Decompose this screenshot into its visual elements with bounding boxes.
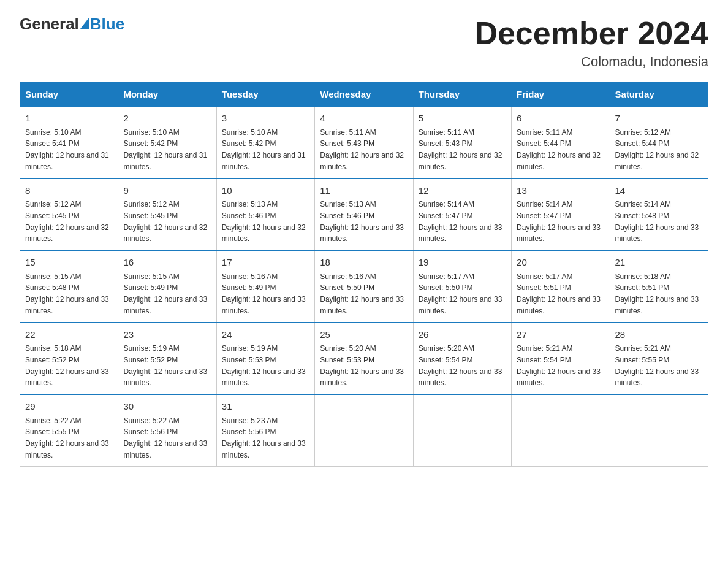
day-number: 3 xyxy=(222,112,309,126)
day-info: Sunrise: 5:17 AMSunset: 5:50 PMDaylight:… xyxy=(419,272,502,315)
calendar-day-cell: 9 Sunrise: 5:12 AMSunset: 5:45 PMDayligh… xyxy=(118,178,216,251)
day-number: 10 xyxy=(222,184,309,198)
calendar-day-cell: 7 Sunrise: 5:12 AMSunset: 5:44 PMDayligh… xyxy=(610,106,708,178)
day-number: 1 xyxy=(25,112,113,126)
header-saturday: Saturday xyxy=(610,83,708,107)
calendar-day-cell: 25 Sunrise: 5:20 AMSunset: 5:53 PMDaylig… xyxy=(315,323,413,395)
calendar-day-cell: 10 Sunrise: 5:13 AMSunset: 5:46 PMDaylig… xyxy=(216,178,314,251)
calendar-day-cell: 6 Sunrise: 5:11 AMSunset: 5:44 PMDayligh… xyxy=(512,106,610,178)
calendar-week-row: 1 Sunrise: 5:10 AMSunset: 5:41 PMDayligh… xyxy=(20,106,708,178)
day-info: Sunrise: 5:10 AMSunset: 5:42 PMDaylight:… xyxy=(222,128,306,171)
page-header: General Blue December 2024 Colomadu, Ind… xyxy=(20,15,708,70)
day-number: 31 xyxy=(222,400,309,414)
day-number: 21 xyxy=(615,256,703,270)
day-number: 26 xyxy=(419,328,506,342)
day-info: Sunrise: 5:16 AMSunset: 5:50 PMDaylight:… xyxy=(320,272,404,315)
day-info: Sunrise: 5:18 AMSunset: 5:52 PMDaylight:… xyxy=(25,344,109,387)
calendar-body: 1 Sunrise: 5:10 AMSunset: 5:41 PMDayligh… xyxy=(20,106,708,466)
day-info: Sunrise: 5:14 AMSunset: 5:48 PMDaylight:… xyxy=(615,200,699,243)
calendar-week-row: 29 Sunrise: 5:22 AMSunset: 5:55 PMDaylig… xyxy=(20,394,708,466)
day-info: Sunrise: 5:21 AMSunset: 5:55 PMDaylight:… xyxy=(615,344,699,387)
day-number: 27 xyxy=(517,328,604,342)
day-info: Sunrise: 5:14 AMSunset: 5:47 PMDaylight:… xyxy=(419,200,502,243)
day-info: Sunrise: 5:12 AMSunset: 5:45 PMDaylight:… xyxy=(25,200,109,243)
calendar-day-cell: 11 Sunrise: 5:13 AMSunset: 5:46 PMDaylig… xyxy=(315,178,413,251)
day-number: 23 xyxy=(123,328,211,342)
calendar-day-cell: 24 Sunrise: 5:19 AMSunset: 5:53 PMDaylig… xyxy=(216,323,314,395)
day-info: Sunrise: 5:19 AMSunset: 5:52 PMDaylight:… xyxy=(123,344,207,387)
day-number: 11 xyxy=(320,184,408,198)
day-info: Sunrise: 5:12 AMSunset: 5:44 PMDaylight:… xyxy=(615,128,699,171)
calendar-day-cell: 20 Sunrise: 5:17 AMSunset: 5:51 PMDaylig… xyxy=(512,250,610,323)
calendar-day-cell: 19 Sunrise: 5:17 AMSunset: 5:50 PMDaylig… xyxy=(413,250,511,323)
day-info: Sunrise: 5:21 AMSunset: 5:54 PMDaylight:… xyxy=(517,344,601,387)
day-info: Sunrise: 5:11 AMSunset: 5:43 PMDaylight:… xyxy=(320,128,404,171)
logo-blue-text: Blue xyxy=(90,15,124,34)
day-info: Sunrise: 5:23 AMSunset: 5:56 PMDaylight:… xyxy=(222,416,306,459)
day-number: 29 xyxy=(25,400,113,414)
calendar-week-row: 15 Sunrise: 5:15 AMSunset: 5:48 PMDaylig… xyxy=(20,250,708,323)
page-title: December 2024 xyxy=(474,15,708,52)
calendar-day-cell xyxy=(610,394,708,466)
calendar-day-cell: 29 Sunrise: 5:22 AMSunset: 5:55 PMDaylig… xyxy=(20,394,118,466)
calendar-day-cell: 18 Sunrise: 5:16 AMSunset: 5:50 PMDaylig… xyxy=(315,250,413,323)
calendar-day-cell xyxy=(315,394,413,466)
calendar-day-cell: 31 Sunrise: 5:23 AMSunset: 5:56 PMDaylig… xyxy=(216,394,314,466)
calendar-day-cell: 4 Sunrise: 5:11 AMSunset: 5:43 PMDayligh… xyxy=(315,106,413,178)
calendar-day-cell: 14 Sunrise: 5:14 AMSunset: 5:48 PMDaylig… xyxy=(610,178,708,251)
calendar-day-cell: 27 Sunrise: 5:21 AMSunset: 5:54 PMDaylig… xyxy=(512,323,610,395)
calendar-day-cell: 28 Sunrise: 5:21 AMSunset: 5:55 PMDaylig… xyxy=(610,323,708,395)
page-subtitle: Colomadu, Indonesia xyxy=(474,54,708,70)
calendar-day-cell: 26 Sunrise: 5:20 AMSunset: 5:54 PMDaylig… xyxy=(413,323,511,395)
day-number: 5 xyxy=(419,112,506,126)
day-info: Sunrise: 5:11 AMSunset: 5:43 PMDaylight:… xyxy=(419,128,502,171)
calendar-day-cell: 17 Sunrise: 5:16 AMSunset: 5:49 PMDaylig… xyxy=(216,250,314,323)
day-info: Sunrise: 5:15 AMSunset: 5:49 PMDaylight:… xyxy=(123,272,207,315)
calendar-day-cell: 22 Sunrise: 5:18 AMSunset: 5:52 PMDaylig… xyxy=(20,323,118,395)
day-number: 12 xyxy=(419,184,506,198)
header-row: SundayMondayTuesdayWednesdayThursdayFrid… xyxy=(20,83,708,107)
calendar-day-cell: 12 Sunrise: 5:14 AMSunset: 5:47 PMDaylig… xyxy=(413,178,511,251)
day-info: Sunrise: 5:20 AMSunset: 5:54 PMDaylight:… xyxy=(419,344,502,387)
calendar-day-cell: 1 Sunrise: 5:10 AMSunset: 5:41 PMDayligh… xyxy=(20,106,118,178)
day-number: 7 xyxy=(615,112,703,126)
day-number: 8 xyxy=(25,184,113,198)
calendar-day-cell: 15 Sunrise: 5:15 AMSunset: 5:48 PMDaylig… xyxy=(20,250,118,323)
day-number: 24 xyxy=(222,328,309,342)
day-info: Sunrise: 5:22 AMSunset: 5:55 PMDaylight:… xyxy=(25,416,109,459)
day-number: 28 xyxy=(615,328,703,342)
day-info: Sunrise: 5:13 AMSunset: 5:46 PMDaylight:… xyxy=(222,200,306,243)
header-monday: Monday xyxy=(118,83,216,107)
day-info: Sunrise: 5:16 AMSunset: 5:49 PMDaylight:… xyxy=(222,272,306,315)
day-number: 2 xyxy=(123,112,211,126)
calendar-day-cell: 23 Sunrise: 5:19 AMSunset: 5:52 PMDaylig… xyxy=(118,323,216,395)
calendar-day-cell: 5 Sunrise: 5:11 AMSunset: 5:43 PMDayligh… xyxy=(413,106,511,178)
calendar-table: SundayMondayTuesdayWednesdayThursdayFrid… xyxy=(20,82,708,467)
day-info: Sunrise: 5:15 AMSunset: 5:48 PMDaylight:… xyxy=(25,272,109,315)
calendar-day-cell: 21 Sunrise: 5:18 AMSunset: 5:51 PMDaylig… xyxy=(610,250,708,323)
day-number: 22 xyxy=(25,328,113,342)
header-sunday: Sunday xyxy=(20,83,118,107)
calendar-day-cell: 8 Sunrise: 5:12 AMSunset: 5:45 PMDayligh… xyxy=(20,178,118,251)
day-number: 17 xyxy=(222,256,309,270)
day-number: 9 xyxy=(123,184,211,198)
day-info: Sunrise: 5:22 AMSunset: 5:56 PMDaylight:… xyxy=(123,416,207,459)
day-number: 30 xyxy=(123,400,211,414)
calendar-day-cell: 3 Sunrise: 5:10 AMSunset: 5:42 PMDayligh… xyxy=(216,106,314,178)
calendar-day-cell: 2 Sunrise: 5:10 AMSunset: 5:42 PMDayligh… xyxy=(118,106,216,178)
day-info: Sunrise: 5:12 AMSunset: 5:45 PMDaylight:… xyxy=(123,200,207,243)
day-number: 16 xyxy=(123,256,211,270)
day-info: Sunrise: 5:18 AMSunset: 5:51 PMDaylight:… xyxy=(615,272,699,315)
calendar-day-cell xyxy=(512,394,610,466)
day-info: Sunrise: 5:19 AMSunset: 5:53 PMDaylight:… xyxy=(222,344,306,387)
logo-triangle-icon xyxy=(80,18,89,29)
calendar-week-row: 8 Sunrise: 5:12 AMSunset: 5:45 PMDayligh… xyxy=(20,178,708,251)
day-info: Sunrise: 5:11 AMSunset: 5:44 PMDaylight:… xyxy=(517,128,601,171)
header-wednesday: Wednesday xyxy=(315,83,413,107)
day-info: Sunrise: 5:14 AMSunset: 5:47 PMDaylight:… xyxy=(517,200,601,243)
header-tuesday: Tuesday xyxy=(216,83,314,107)
calendar-day-cell: 30 Sunrise: 5:22 AMSunset: 5:56 PMDaylig… xyxy=(118,394,216,466)
day-number: 19 xyxy=(419,256,506,270)
day-info: Sunrise: 5:13 AMSunset: 5:46 PMDaylight:… xyxy=(320,200,404,243)
logo-general-text: General xyxy=(20,15,79,34)
